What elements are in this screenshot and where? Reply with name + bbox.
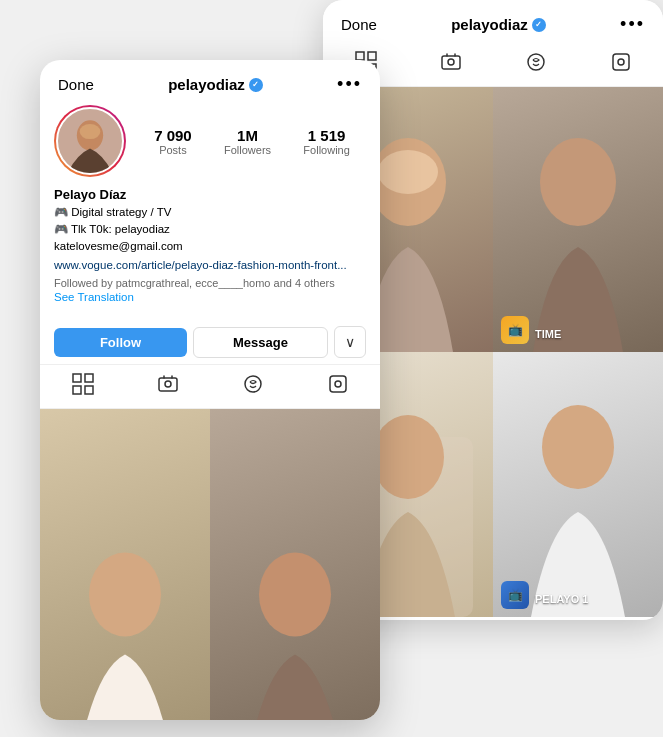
tab-reels-icon[interactable] [440, 51, 462, 78]
followers-value: 1M [237, 127, 258, 144]
front-grid: ▦ FEED 📺 TIME [40, 409, 380, 720]
svg-point-10 [378, 150, 438, 194]
see-translation[interactable]: See Translation [54, 289, 366, 305]
front-tab-effects-icon[interactable] [242, 373, 264, 400]
svg-rect-21 [159, 378, 177, 391]
back-filter-label-2: TIME [535, 328, 561, 340]
bio-line-3: katelovesme@gmail.com [54, 238, 366, 254]
chevron-button[interactable]: ∨ [334, 326, 366, 358]
svg-rect-4 [442, 56, 460, 69]
avatar-ring [54, 105, 126, 177]
stat-followers[interactable]: 1M Followers [224, 127, 271, 156]
stats-row: 7 090 Posts 1M Followers 1 519 Following [138, 127, 366, 156]
back-card-header: Done pelayodiaz ✓ ••• [323, 0, 663, 45]
back-username: pelayodiaz [451, 16, 528, 33]
following-label: Following [303, 144, 349, 156]
front-card-header: Done pelayodiaz ✓ ••• [40, 60, 380, 105]
front-done-button[interactable]: Done [58, 76, 94, 93]
posts-label: Posts [159, 144, 187, 156]
back-filter-icon-2: 📺 [501, 316, 529, 344]
back-grid-cell-2: 📺 TIME [493, 87, 663, 352]
back-done-button[interactable]: Done [341, 16, 377, 33]
followers-label: Followers [224, 144, 271, 156]
svg-point-5 [448, 59, 454, 65]
profile-name: Pelayo Díaz [54, 187, 366, 202]
verified-icon: ✓ [532, 18, 546, 32]
front-tab-tag-icon[interactable] [327, 373, 349, 400]
message-button[interactable]: Message [193, 327, 328, 358]
profile-top: 7 090 Posts 1M Followers 1 519 Following [54, 105, 366, 177]
svg-point-16 [80, 124, 101, 139]
tab-tag-icon[interactable] [610, 51, 632, 78]
svg-rect-17 [73, 374, 81, 382]
front-tab-reels-icon[interactable] [157, 373, 179, 400]
svg-rect-19 [73, 386, 81, 394]
action-row: Follow Message ∨ [54, 326, 366, 358]
front-more-button[interactable]: ••• [337, 74, 362, 95]
back-filter-label-4: PELAYO 1 [535, 593, 588, 605]
front-grid-cell-2: 📺 TIME [210, 409, 380, 720]
svg-rect-18 [85, 374, 93, 382]
back-grid-cell-4: 📺 PELAYO 1 [493, 352, 663, 617]
profile-section: 7 090 Posts 1M Followers 1 519 Following… [40, 105, 380, 316]
svg-rect-24 [330, 376, 346, 392]
svg-point-22 [165, 381, 171, 387]
svg-point-14 [542, 405, 614, 489]
bio-line-1: 🎮 Digital strategy / TV [54, 204, 366, 220]
svg-rect-0 [356, 52, 364, 60]
posts-value: 7 090 [154, 127, 192, 144]
svg-point-27 [259, 552, 331, 636]
stat-posts: 7 090 Posts [154, 127, 192, 156]
followed-by: Followed by patmcgrathreal, ecce____homo… [54, 277, 366, 289]
back-username-area: pelayodiaz ✓ [451, 16, 546, 33]
profile-link[interactable]: www.vogue.com/article/pelayo-diaz-fashio… [54, 259, 347, 271]
front-username: pelayodiaz [168, 76, 245, 93]
svg-rect-1 [368, 52, 376, 60]
following-value: 1 519 [308, 127, 346, 144]
svg-rect-20 [85, 386, 93, 394]
front-tab-bar [40, 364, 380, 409]
svg-point-8 [618, 59, 624, 65]
tab-effects-icon[interactable] [525, 51, 547, 78]
bio-line-2: 🎮 Tlk T0k: pelayodiaz [54, 221, 366, 237]
front-username-area: pelayodiaz ✓ [168, 76, 263, 93]
stat-following[interactable]: 1 519 Following [303, 127, 349, 156]
back-more-button[interactable]: ••• [620, 14, 645, 35]
svg-point-11 [540, 138, 616, 226]
front-card: Done pelayodiaz ✓ ••• 7 09 [40, 60, 380, 720]
avatar [56, 107, 124, 175]
front-verified-icon: ✓ [249, 78, 263, 92]
svg-rect-7 [613, 54, 629, 70]
svg-point-25 [335, 381, 341, 387]
front-tab-grid-icon[interactable] [72, 373, 94, 400]
svg-point-26 [89, 552, 161, 636]
svg-point-13 [372, 415, 444, 499]
follow-button[interactable]: Follow [54, 328, 187, 357]
front-grid-cell-1: ▦ FEED [40, 409, 210, 720]
back-filter-icon-4: 📺 [501, 581, 529, 609]
